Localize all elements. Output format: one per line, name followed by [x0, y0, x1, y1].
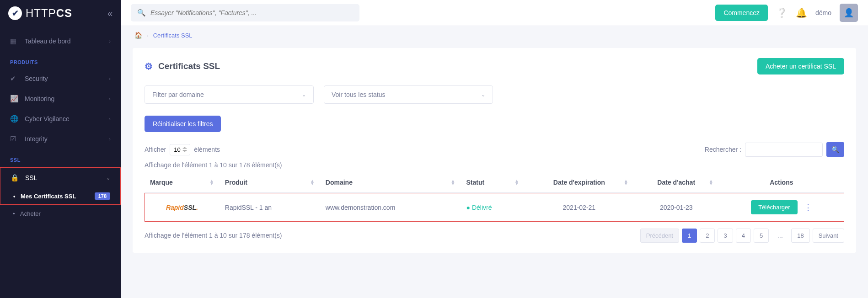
filters-row: Filter par domaine ⌄ Voir tous les statu…	[145, 85, 844, 104]
status-dot-icon: ●	[466, 204, 470, 211]
sidebar-section-ssl: SSL	[0, 149, 121, 166]
sidebar-item-monitoring[interactable]: 📈 Monitoring ›	[0, 89, 121, 109]
sidebar-section-produits: PRODUITS	[0, 51, 121, 69]
table-info-top: Affichage de l'élément 1 à 10 sur 178 él…	[145, 161, 844, 169]
page-last[interactable]: 18	[791, 229, 809, 243]
table-controls: Afficher 10 éléments Rechercher : 🔍	[145, 142, 844, 157]
cell-domain: www.demonstration.com	[320, 193, 461, 222]
globe-icon: 🌐	[10, 115, 18, 123]
col-domain[interactable]: Domaine▲▼	[320, 172, 461, 193]
count-badge: 178	[95, 192, 110, 200]
main: 🔍 Commencez ❔ 🔔 démo 👤 🏠 · Certificats S…	[121, 0, 868, 298]
col-purchase[interactable]: Date d'achat▲▼	[634, 172, 719, 193]
breadcrumb-separator: ·	[147, 32, 149, 39]
topbar-right: Commencez ❔ 🔔 démo 👤	[715, 4, 858, 22]
sidebar-item-cyber-vigilance[interactable]: 🌐 Cyber Vigilance ›	[0, 109, 121, 129]
col-status[interactable]: Statut▲▼	[461, 172, 525, 193]
breadcrumb-current[interactable]: Certificats SSL	[153, 32, 193, 39]
sidebar-sub-label: Acheter	[20, 210, 41, 217]
sidebar-item-ssl[interactable]: 🔒 SSL ⌄	[0, 168, 120, 188]
global-search[interactable]: 🔍	[131, 4, 359, 21]
grid-icon: ▦	[10, 37, 18, 45]
table-search-input[interactable]	[745, 143, 823, 157]
rapidssl-logo: RapidSSL.	[166, 204, 198, 211]
user-label: démo	[815, 9, 831, 16]
sidebar-item-label: Integrity	[25, 135, 48, 143]
sort-icon: ▲▼	[624, 180, 628, 185]
page-next[interactable]: Suivant	[813, 229, 844, 243]
col-expiration[interactable]: Date d'expiration▲▼	[525, 172, 634, 193]
page-ellipsis: …	[772, 229, 788, 242]
search-label: Rechercher :	[705, 146, 741, 153]
chevron-right-icon: ›	[109, 116, 111, 122]
chevron-down-icon: ⌄	[106, 175, 110, 181]
chevron-right-icon: ›	[109, 136, 111, 142]
cell-status: ●Délivré	[461, 193, 525, 222]
sidebar-item-integrity[interactable]: ☑ Integrity ›	[0, 129, 121, 149]
table-search: Rechercher : 🔍	[705, 142, 844, 157]
col-actions: Actions	[719, 172, 844, 193]
table-footer: Affichage de l'élément 1 à 10 sur 178 él…	[145, 228, 844, 243]
home-icon[interactable]: 🏠	[134, 32, 142, 39]
buy-certificate-button[interactable]: Acheter un certificat SSL	[757, 58, 844, 74]
sidebar-collapse-button[interactable]: «	[107, 8, 113, 19]
check-square-icon: ☑	[10, 135, 18, 143]
nav: ▦ Tableau de bord › PRODUITS ✔ Security …	[0, 27, 121, 222]
sidebar-sub-mes-certificats[interactable]: Mes Certificats SSL 178	[0, 188, 120, 204]
chevron-right-icon: ›	[109, 38, 111, 44]
logo-icon: ✔	[8, 6, 22, 20]
sidebar-item-label: Tableau de bord	[25, 37, 70, 45]
page-3[interactable]: 3	[718, 229, 733, 243]
sidebar-item-dashboard[interactable]: ▦ Tableau de bord ›	[0, 31, 121, 51]
table-info-bottom: Affichage de l'élément 1 à 10 sur 178 él…	[145, 232, 282, 239]
sidebar: ✔ HTTPCS « ▦ Tableau de bord › PRODUITS …	[0, 0, 121, 298]
sort-icon: ▲▼	[514, 180, 519, 185]
bell-icon[interactable]: 🔔	[796, 7, 807, 18]
more-vertical-icon[interactable]: ⋮	[804, 202, 812, 213]
cell-actions: Télécharger ⋮	[719, 193, 844, 222]
page-5[interactable]: 5	[754, 229, 769, 243]
filter-status-select[interactable]: Voir tous les status ⌄	[324, 85, 493, 104]
select-label: Filter par domaine	[152, 91, 204, 98]
chart-icon: 📈	[10, 95, 18, 103]
breadcrumb: 🏠 · Certificats SSL	[121, 26, 868, 44]
page-2[interactable]: 2	[700, 229, 715, 243]
logo[interactable]: ✔ HTTPCS	[8, 6, 72, 20]
commence-button[interactable]: Commencez	[715, 5, 768, 21]
page-prev[interactable]: Précédent	[640, 229, 679, 243]
download-button[interactable]: Télécharger	[751, 200, 797, 214]
page-1[interactable]: 1	[682, 229, 697, 243]
topbar: 🔍 Commencez ❔ 🔔 démo 👤	[121, 0, 868, 26]
lock-icon: 🔒	[11, 174, 19, 182]
cell-brand: RapidSSL.	[145, 193, 220, 222]
help-icon[interactable]: ❔	[776, 7, 788, 18]
reset-filters-button[interactable]: Réinitialiser les filtres	[145, 116, 221, 132]
chevron-right-icon: ›	[109, 76, 111, 81]
page-4[interactable]: 4	[736, 229, 751, 243]
sort-icon: ▲▼	[310, 180, 315, 185]
avatar[interactable]: 👤	[840, 4, 858, 22]
cell-expiration: 2021-02-21	[525, 193, 634, 222]
sidebar-item-label: Cyber Vigilance	[25, 115, 70, 122]
col-brand[interactable]: Marque▲▼	[145, 172, 220, 193]
search-icon: 🔍	[137, 9, 146, 17]
entries-select[interactable]: 10	[170, 144, 190, 155]
sidebar-item-label: Monitoring	[25, 95, 54, 102]
certificates-table: Marque▲▼ Produit▲▼ Domaine▲▼ Statut▲▼ Da…	[145, 172, 844, 222]
caret-down-icon: ⌄	[302, 92, 306, 98]
sidebar-sub-acheter[interactable]: Acheter	[0, 206, 121, 222]
sidebar-item-label: SSL	[25, 174, 37, 181]
table-row: RapidSSL. RapidSSL - 1 an www.demonstrat…	[145, 193, 844, 222]
caret-down-icon: ⌄	[481, 92, 485, 98]
panel-header: ⚙ Certificats SSL Acheter un certificat …	[145, 58, 844, 74]
col-product[interactable]: Produit▲▼	[220, 172, 320, 193]
sort-icon: ▲▼	[209, 180, 214, 185]
sidebar-item-security[interactable]: ✔ Security ›	[0, 69, 121, 89]
filter-domain-select[interactable]: Filter par domaine ⌄	[145, 85, 314, 104]
sidebar-header: ✔ HTTPCS «	[0, 0, 121, 27]
pagination: Précédent 1 2 3 4 5 … 18 Suivant	[640, 229, 844, 243]
logo-text: HTTPCS	[26, 7, 72, 20]
table-search-button[interactable]: 🔍	[826, 142, 844, 157]
search-input[interactable]	[150, 9, 353, 16]
check-circle-icon: ✔	[10, 74, 18, 83]
